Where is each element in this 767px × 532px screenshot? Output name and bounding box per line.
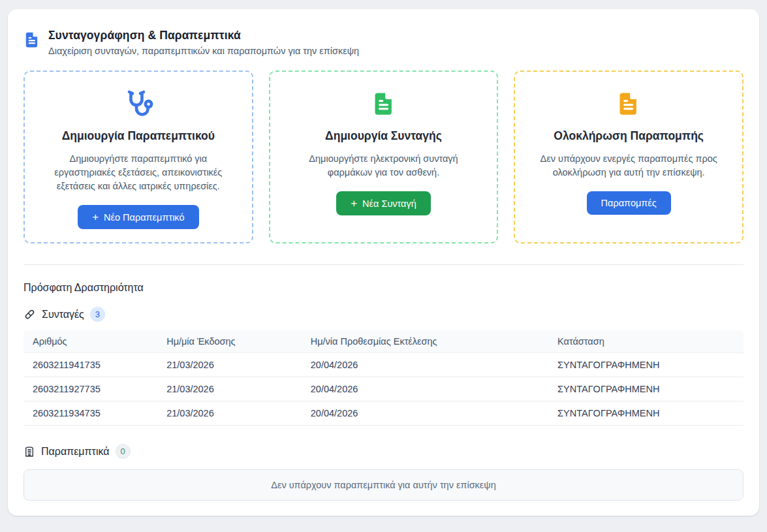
cell-issue-date: 21/03/2026 <box>157 401 302 426</box>
plus-icon: + <box>92 211 99 223</box>
cell-number: 2603211934735 <box>23 401 157 426</box>
page-title: Συνταγογράφηση & Παραπεμπτικά <box>48 29 359 42</box>
recent-activity-heading: Πρόσφατη Δραστηριότητα <box>23 282 744 294</box>
cell-number: 2603211927735 <box>23 377 157 401</box>
card-title: Δημιουργία Συνταγής <box>286 129 482 143</box>
pill-icon <box>23 308 36 321</box>
file-text-icon <box>23 30 40 50</box>
referrals-label: Παραπεμπτικά <box>41 446 110 458</box>
card-create-prescription: Δημιουργία Συνταγής Δημιουργήστε ηλεκτρο… <box>269 70 499 243</box>
cell-deadline-date: 20/04/2026 <box>302 353 548 377</box>
button-label: Νέο Παραπεμπτικό <box>104 212 184 223</box>
card-description: Δεν υπάρχουν ενεργές παραπομπές προς ολο… <box>531 152 727 180</box>
file-text-icon <box>531 89 727 119</box>
section-divider <box>23 264 744 265</box>
panel-header-text: Συνταγογράφηση & Παραπεμπτικά Διαχείριση… <box>48 29 359 56</box>
new-referral-button[interactable]: + Νέο Παραπεμπτικό <box>78 205 198 229</box>
button-label: Νέα Συνταγή <box>362 198 416 209</box>
button-label: Παραπομπές <box>601 198 657 208</box>
building-icon <box>23 446 35 458</box>
referrals-count-badge: 0 <box>116 444 131 459</box>
cell-issue-date: 21/03/2026 <box>157 353 302 377</box>
cell-number: 2603211941735 <box>23 353 157 377</box>
prescriptions-table: Αριθμός Ημ/μία Έκδοσης Ημ/νία Προθεσμίας… <box>23 330 744 426</box>
card-title: Ολοκλήρωση Παραπομπής <box>531 129 727 143</box>
card-description: Δημιουργήστε παραπεμπτικό για εργαστηρια… <box>40 152 236 193</box>
empty-message: Δεν υπάρχουν παραπεμπτικά για αυτήν την … <box>271 480 495 490</box>
table-row[interactable]: 2603211941735 21/03/2026 20/04/2026 ΣΥΝΤ… <box>23 353 744 377</box>
page-subtitle: Διαχείριση συνταγών, παραπεμπτικών και π… <box>48 46 359 56</box>
plus-icon: + <box>351 198 357 209</box>
action-cards-row: Δημιουργία Παραπεμπτικού Δημιουργήστε πα… <box>23 70 744 243</box>
prescriptions-referrals-panel: Συνταγογράφηση & Παραπεμπτικά Διαχείριση… <box>8 9 759 516</box>
card-complete-referral: Ολοκλήρωση Παραπομπής Δεν υπάρχουν ενεργ… <box>514 70 744 243</box>
panel-header: Συνταγογράφηση & Παραπεμπτικά Διαχείριση… <box>23 29 744 56</box>
table-header-row: Αριθμός Ημ/μία Έκδοσης Ημ/νία Προθεσμίας… <box>23 330 744 353</box>
cell-issue-date: 21/03/2026 <box>157 377 302 401</box>
column-header-deadline-date: Ημ/νία Προθεσμίας Εκτέλεσης <box>302 330 548 353</box>
card-title: Δημιουργία Παραπεμπτικού <box>40 129 236 143</box>
prescriptions-section-header: Συνταγές 3 <box>23 307 744 322</box>
column-header-number: Αριθμός <box>23 330 157 353</box>
cell-deadline-date: 20/04/2026 <box>302 377 548 401</box>
file-text-icon <box>286 89 482 119</box>
table-row[interactable]: 2603211927735 21/03/2026 20/04/2026 ΣΥΝΤ… <box>23 377 744 401</box>
cell-status: ΣΥΝΤΑΓΟΓΡΑΦΗΜΕΝΗ <box>548 377 744 401</box>
card-create-referral: Δημιουργία Παραπεμπτικού Δημιουργήστε πα… <box>23 70 253 243</box>
prescriptions-count-badge: 3 <box>90 307 105 322</box>
cell-deadline-date: 20/04/2026 <box>302 401 548 426</box>
table-row[interactable]: 2603211934735 21/03/2026 20/04/2026 ΣΥΝΤ… <box>23 401 744 426</box>
stethoscope-icon <box>40 89 236 119</box>
column-header-issue-date: Ημ/μία Έκδοσης <box>157 330 302 353</box>
referrals-empty-state: Δεν υπάρχουν παραπεμπτικά για αυτήν την … <box>23 469 744 501</box>
cell-status: ΣΥΝΤΑΓΟΓΡΑΦΗΜΕΝΗ <box>548 401 744 426</box>
column-header-status: Κατάσταση <box>548 330 744 353</box>
prescriptions-label: Συνταγές <box>42 309 84 321</box>
card-description: Δημιουργήστε ηλεκτρονική συνταγή φαρμάκω… <box>286 152 482 180</box>
referrals-button[interactable]: Παραπομπές <box>587 191 671 215</box>
referrals-section-header: Παραπεμπτικά 0 <box>23 444 744 459</box>
new-prescription-button[interactable]: + Νέα Συνταγή <box>336 191 431 215</box>
cell-status: ΣΥΝΤΑΓΟΓΡΑΦΗΜΕΝΗ <box>548 353 744 377</box>
